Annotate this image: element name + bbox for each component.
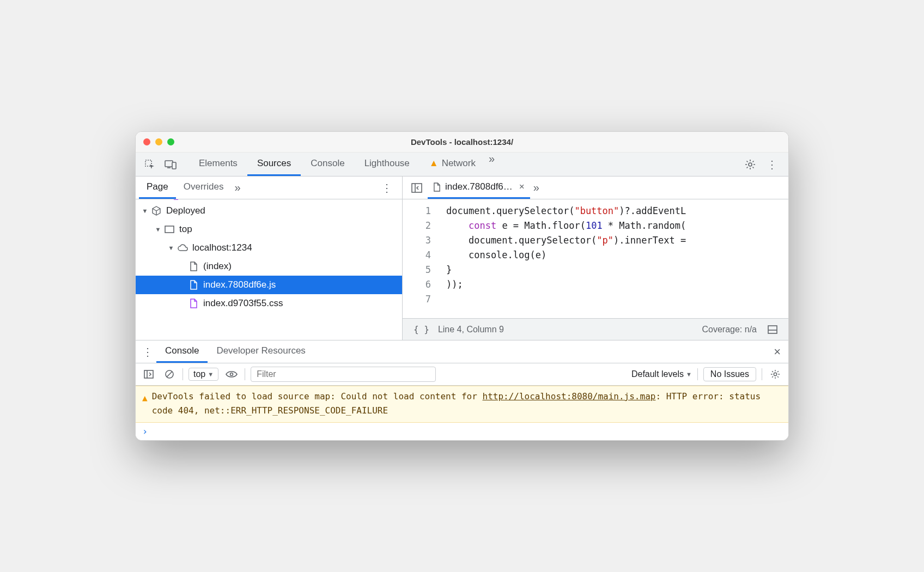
more-tabs-icon[interactable]: » <box>485 153 498 176</box>
console-prompt[interactable]: › <box>136 423 788 440</box>
chevron-down-icon: ▼ <box>208 371 214 378</box>
document-icon <box>433 182 441 192</box>
pretty-print-icon[interactable]: { } <box>409 324 434 334</box>
document-icon <box>188 280 199 290</box>
show-details-icon[interactable] <box>763 325 782 334</box>
collapse-icon: ▼ <box>154 226 162 233</box>
kebab-menu-icon[interactable]: ⋮ <box>763 158 781 171</box>
tree-file-index[interactable]: (index) <box>136 257 402 276</box>
window-title: DevTools - localhost:1234/ <box>136 137 788 147</box>
warning-prefix: DevTools failed to load source map: Coul… <box>152 391 483 401</box>
navigator-tab-overrides[interactable]: Overrides <box>176 177 232 199</box>
cursor-position: Line 4, Column 9 <box>438 325 504 334</box>
warning-text: DevTools failed to load source map: Coul… <box>152 390 782 418</box>
file-tab-label: index.7808df6… <box>445 181 513 192</box>
svg-rect-9 <box>144 370 153 378</box>
file-tree: ▼ Deployed ▼ top ▼ localhost:1234 (index… <box>136 199 402 340</box>
tab-console[interactable]: Console <box>301 153 354 176</box>
cube-icon <box>151 206 162 216</box>
drawer-tab-devresources[interactable]: Developer Resources <box>208 340 314 363</box>
svg-line-12 <box>167 372 172 377</box>
editor-statusbar: { } Line 4, Column 9 Coverage: n/a <box>403 318 788 340</box>
main-tabs: Elements Sources Console Lighthouse ▲Net… <box>189 153 485 176</box>
drawer-menu-icon[interactable]: ⋮ <box>139 340 156 363</box>
drawer-tabbar: ⋮ Console Developer Resources × <box>136 340 788 363</box>
navigator-menu-icon[interactable]: ⋮ <box>378 181 396 194</box>
warning-icon: ▲ <box>142 391 148 418</box>
clear-console-icon[interactable] <box>162 367 177 382</box>
filter-input[interactable] <box>251 367 436 382</box>
marker <box>174 199 178 200</box>
main-tabbar: Elements Sources Console Lighthouse ▲Net… <box>136 153 788 177</box>
document-icon <box>188 299 199 308</box>
code-editor[interactable]: 1234567 document.querySelector("button")… <box>403 199 788 318</box>
tree-file-css[interactable]: index.d9703f55.css <box>136 294 402 313</box>
titlebar: DevTools - localhost:1234/ <box>136 132 788 153</box>
console-toolbar: top ▼ Default levels ▼ No Issues <box>136 363 788 386</box>
tree-label: top <box>179 224 192 235</box>
log-levels-selector[interactable]: Default levels ▼ <box>631 369 692 379</box>
close-drawer-icon[interactable]: × <box>774 345 781 359</box>
console-warning-message[interactable]: ▲ DevTools failed to load source map: Co… <box>136 386 788 423</box>
console-settings-icon[interactable] <box>768 367 783 382</box>
live-expression-icon[interactable] <box>224 367 239 382</box>
tree-origin[interactable]: ▼ localhost:1234 <box>136 239 402 257</box>
warning-url-link[interactable]: http://localhost:8080/main.js.map <box>483 391 656 401</box>
tree-label: Deployed <box>166 205 205 216</box>
tree-label: index.7808df6e.js <box>203 279 276 290</box>
close-window-button[interactable] <box>143 138 150 145</box>
tab-network[interactable]: ▲Network <box>420 153 485 176</box>
navigator-tab-page[interactable]: Page <box>139 177 176 199</box>
toggle-navigator-icon[interactable] <box>406 177 428 199</box>
divider <box>183 368 183 380</box>
console-sidebar-toggle-icon[interactable] <box>141 367 156 382</box>
traffic-lights <box>143 138 174 145</box>
tab-sources[interactable]: Sources <box>247 153 301 176</box>
drawer-tab-console[interactable]: Console <box>156 340 208 363</box>
settings-icon[interactable] <box>743 157 758 172</box>
chevron-down-icon: ▼ <box>686 371 692 378</box>
levels-label: Default levels <box>631 369 684 379</box>
editor-file-tab[interactable]: index.7808df6… × <box>428 177 530 199</box>
svg-rect-1 <box>165 161 173 167</box>
tab-lighthouse[interactable]: Lighthouse <box>355 153 420 176</box>
line-gutter: 1234567 <box>403 199 441 318</box>
navigator-tabbar: Page Overrides » ⋮ <box>136 177 402 199</box>
devtools-window: DevTools - localhost:1234/ Elements Sour… <box>135 131 789 441</box>
divider <box>245 368 245 380</box>
tree-file-js[interactable]: index.7808df6e.js <box>136 276 402 294</box>
divider <box>697 368 698 380</box>
tab-elements[interactable]: Elements <box>189 153 247 176</box>
device-toolbar-icon[interactable] <box>163 157 178 172</box>
tree-frame-top[interactable]: ▼ top <box>136 220 402 239</box>
maximize-window-button[interactable] <box>167 138 174 145</box>
more-file-tabs-icon[interactable]: » <box>530 177 543 199</box>
context-label: top <box>193 369 205 379</box>
warning-icon: ▲ <box>429 158 439 169</box>
svg-rect-7 <box>768 326 777 333</box>
svg-rect-4 <box>165 226 174 233</box>
navigator-panel: Page Overrides » ⋮ ▼ Deployed ▼ top <box>136 177 403 340</box>
editor-panel: index.7808df6… × » 1234567 document.quer… <box>403 177 788 340</box>
svg-point-3 <box>749 163 752 166</box>
context-selector[interactable]: top ▼ <box>189 368 218 381</box>
code-area[interactable]: document.querySelector("button")?.addEve… <box>441 199 788 318</box>
console-body: ▲ DevTools failed to load source map: Co… <box>136 386 788 440</box>
inspect-element-icon[interactable] <box>142 157 157 172</box>
cloud-icon <box>177 244 188 252</box>
tree-label: index.d9703f55.css <box>203 298 283 309</box>
more-navigator-tabs-icon[interactable]: » <box>231 177 244 199</box>
tab-network-label: Network <box>442 158 476 169</box>
minimize-window-button[interactable] <box>155 138 162 145</box>
editor-tabbar: index.7808df6… × » <box>403 177 788 199</box>
svg-point-13 <box>230 373 233 376</box>
issues-button[interactable]: No Issues <box>703 367 756 381</box>
close-tab-icon[interactable]: × <box>519 181 525 192</box>
svg-point-14 <box>774 373 776 375</box>
frame-icon <box>164 226 175 233</box>
tree-group-deployed[interactable]: ▼ Deployed <box>136 202 402 220</box>
collapse-icon: ▼ <box>167 245 175 251</box>
collapse-icon: ▼ <box>141 208 149 214</box>
document-icon <box>188 261 199 271</box>
tree-label: (index) <box>203 261 232 272</box>
